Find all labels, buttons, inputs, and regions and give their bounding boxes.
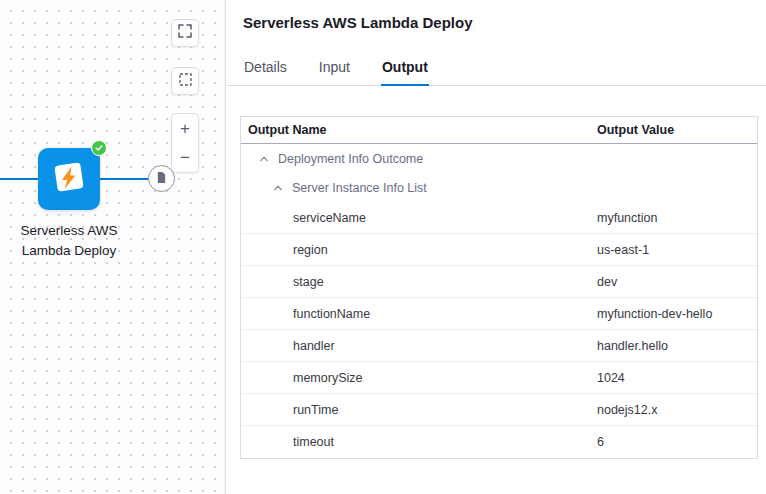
zoom-in-button[interactable]: +: [172, 114, 198, 143]
success-check-icon: [91, 140, 107, 156]
zoom-controls: + −: [171, 113, 199, 173]
group-row-server-instance-info-list[interactable]: Server Instance Info List: [241, 173, 757, 202]
serverless-lambda-icon: [51, 159, 87, 199]
marquee-select-button[interactable]: [171, 67, 199, 95]
table-row: runTime nodejs12.x: [241, 394, 757, 426]
column-header-output-value: Output Value: [597, 123, 757, 137]
tab-bar: Details Input Output: [227, 53, 766, 86]
table-row: region us-east-1: [241, 234, 757, 266]
output-name: region: [241, 243, 597, 257]
table-row: stage dev: [241, 266, 757, 298]
output-value: 1024: [597, 371, 757, 385]
output-name: timeout: [241, 435, 597, 449]
minus-icon: −: [180, 149, 190, 166]
group-label: Server Instance Info List: [292, 181, 427, 195]
output-value: handler.hello: [597, 339, 757, 353]
dashed-selection-icon: [179, 72, 192, 90]
output-name: serviceName: [241, 211, 597, 225]
table-row: serviceName myfunction: [241, 202, 757, 234]
output-name: runTime: [241, 403, 597, 417]
output-name: handler: [241, 339, 597, 353]
group-label: Deployment Info Outcome: [278, 152, 423, 166]
fit-to-screen-button[interactable]: [171, 19, 199, 47]
tab-input[interactable]: Input: [318, 53, 351, 85]
edge-outgoing: [100, 178, 149, 180]
output-value: myfunction-dev-hello: [597, 307, 757, 321]
tab-output[interactable]: Output: [381, 53, 429, 86]
zoom-out-button[interactable]: −: [172, 143, 198, 172]
table-header: Output Name Output Value: [241, 117, 757, 144]
pipeline-canvas[interactable]: Serverless AWS Lambda Deploy + −: [0, 0, 226, 494]
output-name: stage: [241, 275, 597, 289]
output-value: 6: [597, 435, 757, 449]
output-value: dev: [597, 275, 757, 289]
group-row-deployment-info-outcome[interactable]: Deployment Info Outcome: [241, 144, 757, 173]
table-row: timeout 6: [241, 426, 757, 458]
serverless-lambda-deploy-node[interactable]: [38, 148, 100, 210]
app-window: Serverless AWS Lambda Deploy + −: [0, 0, 766, 494]
plus-icon: +: [180, 120, 190, 137]
expand-icon: [178, 24, 192, 42]
tab-details[interactable]: Details: [243, 53, 288, 85]
step-details-panel: Serverless AWS Lambda Deploy Details Inp…: [227, 0, 766, 494]
output-name: memorySize: [241, 371, 597, 385]
output-name: functionName: [241, 307, 597, 321]
table-row: functionName myfunction-dev-hello: [241, 298, 757, 330]
output-value: myfunction: [597, 211, 757, 225]
table-row: memorySize 1024: [241, 362, 757, 394]
document-icon: [156, 170, 167, 188]
output-table: Output Name Output Value Deployment Info…: [240, 116, 758, 459]
output-value: us-east-1: [597, 243, 757, 257]
chevron-up-icon: [259, 154, 269, 164]
column-header-output-name: Output Name: [241, 123, 597, 137]
node-label: Serverless AWS Lambda Deploy: [0, 221, 139, 260]
output-value: nodejs12.x: [597, 403, 757, 417]
chevron-up-icon: [273, 183, 283, 193]
table-row: handler handler.hello: [241, 330, 757, 362]
page-title: Serverless AWS Lambda Deploy: [243, 14, 766, 31]
edge-incoming: [0, 178, 39, 180]
